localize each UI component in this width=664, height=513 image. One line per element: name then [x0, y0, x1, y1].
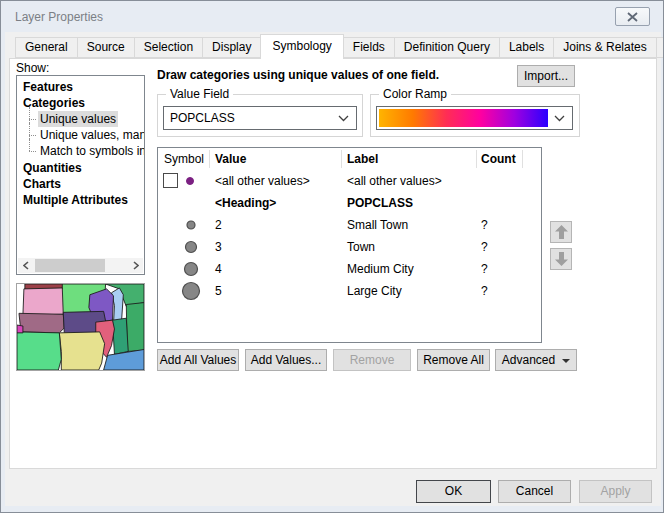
- row-count: ?: [481, 280, 488, 302]
- row-count: ?: [481, 258, 488, 280]
- color-ramp-label: Color Ramp: [379, 87, 451, 101]
- column-divider: [341, 150, 342, 168]
- tab-symbology[interactable]: Symbology: [260, 34, 343, 59]
- layer-properties-dialog: Layer Properties General Source Selectio…: [0, 0, 664, 513]
- region-water: [104, 349, 144, 370]
- show-item-charts[interactable]: Charts: [23, 176, 61, 192]
- header-symbol: Symbol: [164, 148, 204, 170]
- show-item-multiple-attributes[interactable]: Multiple Attributes: [23, 192, 128, 208]
- color-ramp-select[interactable]: [376, 106, 573, 130]
- advanced-button-label: Advanced: [502, 353, 555, 367]
- row-label: Medium City: [347, 258, 414, 280]
- show-item-label: Unique values, many: [38, 127, 145, 143]
- row-count: ?: [481, 236, 488, 258]
- all-other-values-checkbox[interactable]: [163, 173, 178, 188]
- region-nebraska: [19, 313, 64, 333]
- show-item-unique-values-many[interactable]: Unique values, many: [27, 127, 145, 143]
- map-preview-image: [17, 284, 144, 370]
- region-kansas: [17, 332, 61, 370]
- table-row-class-4[interactable]: 4 Medium City ?: [158, 258, 541, 280]
- row-count: ?: [481, 214, 488, 236]
- point-symbol-icon[interactable]: [180, 280, 202, 302]
- tab-time[interactable]: Time: [656, 37, 664, 58]
- show-item-label: Unique values: [38, 111, 118, 127]
- tab-display[interactable]: Display: [202, 37, 261, 58]
- region-ohio: [126, 303, 144, 352]
- tab-fields[interactable]: Fields: [343, 37, 395, 58]
- move-up-button: [550, 221, 572, 243]
- row-label: POPCLASS: [347, 192, 413, 214]
- point-symbol-icon[interactable]: [180, 258, 202, 280]
- value-field-select[interactable]: POPCLASS: [163, 106, 357, 130]
- row-value: <Heading>: [215, 192, 276, 214]
- header-value: Value: [215, 148, 246, 170]
- arrow-up-icon: [555, 225, 568, 239]
- value-field-value: POPCLASS: [170, 107, 235, 129]
- column-divider: [522, 150, 523, 168]
- symbology-preview-map: [16, 283, 145, 371]
- table-row-class-3[interactable]: 3 Town ?: [158, 236, 541, 258]
- row-value: 3: [215, 236, 222, 258]
- show-item-match-to-symbols[interactable]: Match to symbols in a: [27, 143, 145, 159]
- tab-selection[interactable]: Selection: [134, 37, 203, 58]
- close-button[interactable]: [615, 7, 650, 26]
- show-item-features[interactable]: Features: [23, 79, 73, 95]
- cancel-button[interactable]: Cancel: [498, 480, 571, 503]
- show-item-unique-values[interactable]: Unique values: [27, 111, 118, 127]
- unique-values-table: Symbol Value Label Count <all other valu…: [157, 147, 542, 343]
- column-divider: [209, 150, 210, 168]
- show-item-quantities[interactable]: Quantities: [23, 160, 82, 176]
- chevron-down-icon: [338, 115, 349, 122]
- symbology-tab-page: Show: Features Categories Unique values …: [9, 58, 657, 469]
- title-bar: Layer Properties: [1, 1, 663, 32]
- header-label: Label: [347, 148, 378, 170]
- point-symbol-icon[interactable]: [184, 170, 196, 192]
- tab-labels[interactable]: Labels: [499, 37, 554, 58]
- show-label: Show:: [16, 61, 49, 75]
- add-all-values-button[interactable]: Add All Values: [157, 349, 239, 371]
- show-item-label: Match to symbols in a: [38, 143, 145, 159]
- show-list: Features Categories Unique values Unique…: [16, 75, 145, 275]
- tab-general[interactable]: General: [15, 37, 78, 58]
- import-button[interactable]: Import...: [517, 65, 575, 87]
- color-ramp-gradient: [379, 109, 548, 127]
- tab-joins-relates[interactable]: Joins & Relates: [553, 37, 656, 58]
- tab-definition-query[interactable]: Definition Query: [394, 37, 500, 58]
- region-missouri: [59, 332, 104, 370]
- region-south-dakota: [23, 288, 63, 315]
- close-icon: [627, 12, 638, 22]
- horizontal-scrollbar[interactable]: [18, 258, 143, 273]
- add-values-button[interactable]: Add Values...: [245, 349, 327, 371]
- row-label: Large City: [347, 280, 402, 302]
- region-indiana: [112, 318, 128, 354]
- table-header: Symbol Value Label Count: [158, 148, 541, 170]
- window-title: Layer Properties: [15, 10, 103, 24]
- move-down-button: [550, 248, 572, 270]
- tab-source[interactable]: Source: [77, 37, 135, 58]
- show-item-categories[interactable]: Categories: [23, 95, 85, 111]
- column-divider: [476, 150, 477, 168]
- ok-button[interactable]: OK: [416, 480, 491, 503]
- advanced-button[interactable]: Advanced: [495, 349, 577, 371]
- table-row-class-2[interactable]: 2 Small Town ?: [158, 214, 541, 236]
- point-symbol-icon[interactable]: [180, 214, 202, 236]
- scroll-right-icon[interactable]: [128, 258, 143, 273]
- scroll-left-icon[interactable]: [18, 258, 33, 273]
- table-row-all-other-values[interactable]: <all other values> <all other values>: [158, 170, 541, 192]
- table-row-class-5[interactable]: 5 Large City ?: [158, 280, 541, 302]
- page-title: Draw categories using unique values of o…: [157, 68, 439, 82]
- row-value: 2: [215, 214, 222, 236]
- row-value: 4: [215, 258, 222, 280]
- table-row-heading[interactable]: <Heading> POPCLASS: [158, 192, 541, 214]
- remove-all-button[interactable]: Remove All: [417, 349, 490, 371]
- row-label: Small Town: [347, 214, 408, 236]
- point-symbol-icon[interactable]: [180, 236, 202, 258]
- scrollbar-thumb[interactable]: [35, 259, 105, 272]
- remove-button: Remove: [333, 349, 411, 371]
- row-value: <all other values>: [215, 170, 310, 192]
- row-label: <all other values>: [347, 170, 442, 192]
- tree-branch-end-icon: [27, 143, 38, 159]
- row-label: Town: [347, 236, 375, 258]
- region-sliver: [17, 325, 23, 333]
- apply-button: Apply: [579, 480, 652, 503]
